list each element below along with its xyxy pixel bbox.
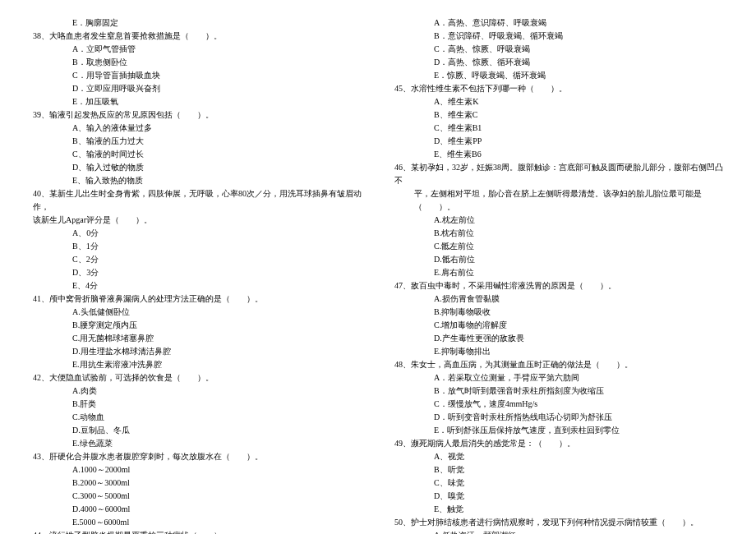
q49-option-c: C、味觉: [394, 476, 723, 490]
q44-option-a: A．高热、意识障碍、呼吸衰竭: [394, 16, 723, 30]
q44: 44、流行性乙型脑炎极期最严重的三种症状（ ）。: [33, 529, 362, 534]
q39-option-b: B、输液的压力过大: [33, 135, 362, 148]
q41-option-c: C.用无菌棉球堵塞鼻腔: [33, 332, 362, 345]
q50: 50、护士对肺结核患者进行病情观察时，发现下列何种情况提示病情较重（ ）。: [394, 516, 723, 529]
q43-option-d: D.4000～6000ml: [33, 503, 362, 516]
q39-option-a: A、输入的液体量过多: [33, 122, 362, 135]
q44-option-e: E．惊厥、呼吸衰竭、循环衰竭: [394, 69, 723, 82]
q39: 39、输液引起发热反应的常见原因包括（ ）。: [33, 108, 362, 122]
q40-option-c: C、2分: [33, 253, 362, 266]
q41-option-d: D.用生理盐水棉球清洁鼻腔: [33, 345, 362, 358]
q46-option-a: A.枕左前位: [394, 214, 723, 227]
q42-option-c: C.动物血: [33, 411, 362, 424]
q40-option-e: E、4分: [33, 279, 362, 292]
q39-option-c: C、输液的时间过长: [33, 148, 362, 161]
q43-option-c: C.3000～5000ml: [33, 490, 362, 503]
q47-option-a: A.损伤胃食管黏膜: [394, 292, 723, 306]
q42-option-e: E.绿色蔬菜: [33, 437, 362, 450]
q43-option-a: A.1000～2000ml: [33, 463, 362, 476]
q45: 45、水溶性维生素不包括下列哪一种（ ）。: [394, 82, 723, 95]
q47: 47、敌百虫中毒时，不采用碱性溶液洗胃的原因是（ ）。: [394, 279, 723, 292]
q44-option-b: B．意识障碍、呼吸衰竭、循环衰竭: [394, 30, 723, 43]
q40-option-a: A、0分: [33, 227, 362, 240]
q46-option-d: D.骶右前位: [394, 253, 723, 266]
q48-option-e: E．听到舒张压后保持放气速度，直到汞柱回到零位: [394, 424, 723, 437]
q39-option-e: E、输入致热的物质: [33, 174, 362, 187]
q40-option-b: B、1分: [33, 240, 362, 253]
q45-option-c: C、维生素B1: [394, 122, 723, 135]
q48-option-a: A．若采取立位测量，手臂应平第六肋间: [394, 371, 723, 384]
q43-option-e: E.5000～6000ml: [33, 516, 362, 529]
q47-option-d: D.产生毒性更强的敌敌畏: [394, 332, 723, 345]
q49-option-e: E、触觉: [394, 503, 723, 516]
q42: 42、大便隐血试验前，可选择的饮食是（ ）。: [33, 371, 362, 384]
q41: 41、颅中窝骨折脑脊液鼻漏病人的处理方法正确的是（ ）。: [33, 292, 362, 306]
q40-option-d: D、3分: [33, 266, 362, 279]
q47-option-e: E.抑制毒物排出: [394, 345, 723, 358]
q38-option-a: A．立即气管插管: [33, 43, 362, 56]
q40: 40、某新生儿出生时全身青紫，四肢伸展，无呼吸，心率80次／分，用洗耳球插鼻有皱…: [33, 187, 362, 214]
q49-option-d: D、嗅觉: [394, 490, 723, 503]
q43-option-b: B.2000～3000ml: [33, 476, 362, 490]
q50-option-a: A.低热盗汗，颧部潮红: [394, 529, 723, 534]
q48: 48、朱女士，高血压病，为其测量血压时正确的做法是（ ）。: [394, 358, 723, 371]
q45-option-d: D、维生素PP: [394, 135, 723, 148]
q48-option-d: D．听到变音时汞柱所指热线电话心切即为舒张压: [394, 411, 723, 424]
q46-option-c: C.骶左前位: [394, 240, 723, 253]
q46-option-b: B.枕右前位: [394, 227, 723, 240]
q49-option-b: B、听觉: [394, 463, 723, 476]
q39-option-d: D、输入过敏的物质: [33, 161, 362, 174]
q48-option-c: C．缓慢放气，速度4mmHg/s: [394, 398, 723, 411]
q44-option-c: C．高热、惊厥、呼吸衰竭: [394, 43, 723, 56]
q49: 49、濒死期病人最后消失的感觉常是：（ ）。: [394, 437, 723, 450]
q43: 43、肝硬化合并腹水患者腹腔穿刺时，每次放腹水在（ ）。: [33, 450, 362, 463]
q46: 46、某初孕妇，32岁，妊娠38周。腹部触诊：宫底部可触及圆而硬胎儿部分，腹部右…: [394, 161, 723, 187]
q42-option-b: B.肝类: [33, 398, 362, 411]
left-column: E．胸廓固定 38、大咯血患者发生窒息首要抢救措施是（ ）。 A．立即气管插管 …: [33, 16, 362, 534]
q42-option-d: D.豆制品、冬瓜: [33, 424, 362, 437]
q38: 38、大咯血患者发生窒息首要抢救措施是（ ）。: [33, 30, 362, 43]
q42-option-a: A.肉类: [33, 384, 362, 398]
q45-option-b: B、维生素C: [394, 108, 723, 122]
q41-option-b: B.腰穿测定颅内压: [33, 319, 362, 332]
q38-option-d: D．立即应用呼吸兴奋剂: [33, 82, 362, 95]
q49-option-a: A、视觉: [394, 450, 723, 463]
q47-option-c: C.增加毒物的溶解度: [394, 319, 723, 332]
q38-option-e: E．加压吸氧: [33, 95, 362, 108]
q47-option-b: B.抑制毒物吸收: [394, 306, 723, 319]
q38-option-c: C．用导管盲插抽吸血块: [33, 69, 362, 82]
q44-option-d: D．高热、惊厥、循环衰竭: [394, 56, 723, 69]
q46-sub: 平，左侧相对平坦，胎心音在脐上左侧听得最清楚。该孕妇的胎儿胎位最可能是（ ）。: [394, 187, 723, 214]
q40-sub: 该新生儿Apgar评分是（ ）。: [33, 214, 362, 227]
q41-option-e: E.用抗生素溶液冲洗鼻腔: [33, 358, 362, 371]
q38-option-b: B．取患侧卧位: [33, 56, 362, 69]
right-column: A．高热、意识障碍、呼吸衰竭 B．意识障碍、呼吸衰竭、循环衰竭 C．高热、惊厥、…: [394, 16, 723, 534]
q48-option-b: B．放气时听到最强音时汞柱所指刻度为收缩压: [394, 384, 723, 398]
q37-option-e: E．胸廓固定: [33, 16, 362, 30]
q45-option-a: A、维生素K: [394, 95, 723, 108]
q41-option-a: A.头低健侧卧位: [33, 306, 362, 319]
q46-option-e: E.肩右前位: [394, 266, 723, 279]
q45-option-e: E、维生素B6: [394, 148, 723, 161]
